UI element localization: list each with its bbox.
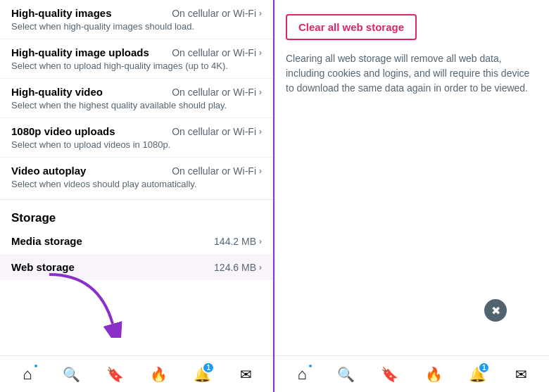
bookmark-icon-right: 🔖 — [381, 366, 398, 383]
notification-badge-right: 1 — [478, 362, 491, 374]
storage-section-title: Storage — [11, 211, 56, 225]
nav-messages-left[interactable]: ✉ — [230, 359, 261, 390]
close-circle-button[interactable]: ✖ — [484, 299, 507, 322]
bottom-nav-left: ⌂ 🔍 🔖 🔥 🔔 1 ✉ — [0, 355, 273, 392]
setting-desc-4: Select when videos should play automatic… — [11, 179, 262, 189]
setting-title-2: High-quality video — [11, 86, 103, 98]
setting-desc-0: Select when high-quality images should l… — [11, 21, 262, 32]
search-icon-right: 🔍 — [337, 366, 355, 383]
chevron-icon-1: › — [259, 48, 262, 58]
setting-title-3: 1080p video uploads — [11, 125, 115, 137]
setting-title-4: Video autoplay — [11, 165, 86, 177]
home-icon-left: ⌂ — [23, 365, 32, 384]
nav-messages-right[interactable]: ✉ — [506, 359, 537, 390]
setting-title-1: High-quality image uploads — [11, 46, 149, 58]
chevron-icon-2: › — [259, 87, 262, 97]
clear-web-storage-button[interactable]: Clear all web storage — [286, 14, 417, 40]
setting-desc-3: Select when to upload videos in 1080p. — [11, 139, 262, 150]
setting-item-0[interactable]: High-quality images On cellular or Wi-Fi… — [0, 0, 273, 39]
left-panel: High-quality images On cellular or Wi-Fi… — [0, 0, 274, 392]
nav-trending-left[interactable]: 🔥 — [143, 359, 174, 390]
chevron-icon-3: › — [259, 127, 262, 137]
notification-badge-left: 1 — [202, 362, 215, 374]
search-icon-left: 🔍 — [63, 366, 80, 383]
setting-item-1[interactable]: High-quality image uploads On cellular o… — [0, 39, 273, 79]
bottom-nav-right: ⌂ 🔍 🔖 🔥 🔔 1 ✉ — [274, 355, 549, 392]
bookmark-icon-left: 🔖 — [106, 366, 124, 383]
nav-search-left[interactable]: 🔍 — [56, 359, 87, 390]
chevron-icon-4: › — [259, 166, 262, 176]
storage-chevron-1: › — [259, 263, 262, 272]
setting-item-3[interactable]: 1080p video uploads On cellular or Wi-Fi… — [0, 118, 273, 158]
storage-item-1[interactable]: Web storage 124.6 MB › — [0, 254, 273, 280]
storage-item-0[interactable]: Media storage 144.2 MB › — [0, 228, 273, 254]
mail-icon-left: ✉ — [240, 366, 252, 383]
setting-value-4: On cellular or Wi-Fi › — [172, 165, 262, 177]
setting-title-0: High-quality images — [11, 7, 112, 19]
home-dot-right — [308, 363, 313, 369]
storage-value-0: 144.2 MB — [214, 236, 256, 247]
setting-item-4[interactable]: Video autoplay On cellular or Wi-Fi › Se… — [0, 158, 273, 196]
storage-description: Clearing all web storage will remove all… — [286, 51, 538, 96]
nav-bookmark-left[interactable]: 🔖 — [99, 359, 130, 390]
nav-search-right[interactable]: 🔍 — [330, 359, 361, 390]
setting-value-2: On cellular or Wi-Fi › — [172, 87, 262, 98]
setting-value-1: On cellular or Wi-Fi › — [172, 47, 262, 58]
storage-item-title-0: Media storage — [11, 235, 82, 247]
mail-icon-right: ✉ — [515, 366, 527, 383]
setting-value-3: On cellular or Wi-Fi › — [172, 126, 262, 137]
setting-value-0: On cellular or Wi-Fi › — [172, 8, 262, 19]
storage-section-header: Storage — [0, 203, 273, 228]
home-icon-right: ⌂ — [298, 365, 307, 384]
trending-icon-right: 🔥 — [425, 366, 443, 383]
chevron-icon-0: › — [259, 8, 262, 18]
right-panel: Clear all web storage Clearing all web s… — [274, 0, 549, 392]
nav-home-left[interactable]: ⌂ — [12, 359, 43, 390]
settings-list: High-quality images On cellular or Wi-Fi… — [0, 0, 273, 355]
nav-home-right[interactable]: ⌂ — [286, 359, 317, 390]
nav-notifications-right[interactable]: 🔔 1 — [462, 359, 493, 390]
storage-item-right-1: 124.6 MB › — [214, 262, 262, 273]
right-content: Clear all web storage Clearing all web s… — [274, 0, 549, 355]
nav-notifications-left[interactable]: 🔔 1 — [187, 359, 217, 390]
storage-chevron-0: › — [259, 236, 262, 246]
trending-icon-left: 🔥 — [150, 366, 168, 383]
section-divider — [0, 199, 273, 200]
setting-item-2[interactable]: High-quality video On cellular or Wi-Fi … — [0, 79, 273, 118]
nav-trending-right[interactable]: 🔥 — [418, 359, 449, 390]
nav-bookmark-right[interactable]: 🔖 — [374, 359, 405, 390]
storage-value-1: 124.6 MB — [214, 262, 256, 273]
setting-desc-1: Select when to upload high-quality image… — [11, 61, 262, 71]
x-icon: ✖ — [491, 304, 500, 317]
setting-desc-2: Select when the highest quality availabl… — [11, 100, 262, 110]
home-dot-left — [33, 363, 39, 369]
storage-item-right-0: 144.2 MB › — [214, 236, 262, 247]
storage-item-title-1: Web storage — [11, 261, 75, 273]
